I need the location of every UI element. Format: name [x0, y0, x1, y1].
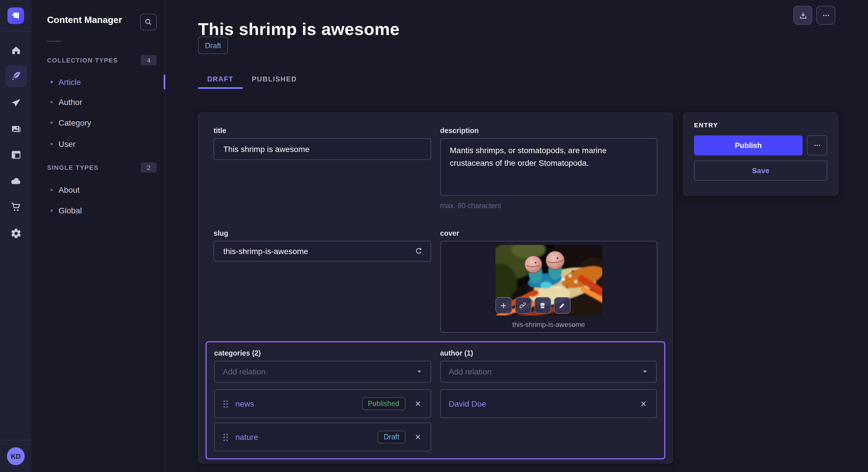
media-library-icon[interactable] — [4, 117, 27, 140]
single-types-label: SINGLE TYPES — [47, 164, 98, 171]
main-content: This shrimp is awesome Draft DRAFT PUBLI… — [165, 0, 868, 472]
download-icon — [798, 11, 807, 20]
add-media-button[interactable] — [495, 297, 512, 314]
slug-input[interactable] — [214, 241, 431, 262]
sidebar-item-author[interactable]: Author — [32, 92, 165, 112]
copy-link-button[interactable] — [515, 297, 532, 314]
bullet-icon — [51, 143, 53, 145]
draft-pill: Draft — [378, 431, 405, 443]
entry-label: ENTRY — [694, 122, 827, 129]
field-cover: cover — [440, 229, 657, 333]
description-label: description — [440, 127, 657, 135]
bullet-icon — [51, 81, 53, 83]
bullet-icon — [51, 209, 53, 212]
drag-handle-icon[interactable] — [223, 433, 228, 441]
page-title: This shrimp is awesome — [198, 20, 400, 39]
strapi-logo[interactable] — [7, 7, 24, 24]
published-pill: Published — [362, 398, 405, 410]
home-icon[interactable] — [4, 39, 27, 62]
title-label: title — [214, 127, 431, 135]
close-icon — [640, 400, 647, 407]
settings-gear-icon[interactable] — [4, 222, 27, 245]
relation-row-nature: nature Draft — [214, 423, 431, 451]
relation-link-david-doe[interactable]: David Doe — [448, 399, 486, 408]
collection-types-header: COLLECTION TYPES 4 — [47, 55, 157, 65]
content-manager-subnav: Content Manager COLLECTION TYPES 4 Artic… — [32, 0, 165, 472]
sidebar-item-global[interactable]: Global — [32, 200, 165, 221]
relation-link-news[interactable]: news — [236, 399, 254, 408]
chevron-down-icon — [642, 369, 648, 375]
rail-bottom-divider — [0, 440, 32, 440]
author-add-relation-select[interactable]: Add relation — [440, 361, 657, 382]
edit-media-button[interactable] — [554, 297, 570, 314]
refresh-icon — [414, 247, 423, 256]
chevron-down-icon — [416, 369, 422, 375]
content-type-builder-layout-icon[interactable] — [4, 143, 27, 166]
bullet-icon — [51, 122, 53, 124]
edit-form-panel: title description Mantis shrimps, or sto… — [198, 112, 673, 463]
cover-caption: this-shrimp-is-awesome — [441, 321, 657, 329]
subnav-divider — [47, 41, 61, 42]
relations-highlight-group: categories (2) Add relation news Publish… — [206, 341, 665, 460]
remove-relation-nature-button[interactable] — [413, 432, 422, 442]
publish-button[interactable]: Publish — [694, 135, 803, 156]
save-button[interactable]: Save — [694, 161, 827, 181]
user-avatar[interactable]: KD — [7, 447, 25, 465]
collection-types-label: COLLECTION TYPES — [47, 57, 118, 64]
tab-published[interactable]: PUBLISHED — [243, 70, 306, 88]
delete-media-button[interactable] — [534, 297, 551, 314]
pencil-icon — [558, 301, 566, 309]
cover-media-box: this-shrimp-is-awesome — [440, 241, 657, 333]
more-horizontal-icon — [821, 11, 830, 20]
field-title: title — [214, 127, 431, 210]
relation-link-nature[interactable]: nature — [236, 432, 258, 442]
remove-relation-david-doe-button[interactable] — [639, 399, 648, 408]
search-button[interactable] — [140, 14, 157, 30]
more-horizontal-icon — [813, 141, 822, 150]
close-icon — [414, 400, 421, 407]
app-viewport: KD Content Manager COLLECTION TYPES 4 Ar… — [0, 0, 868, 472]
sidebar-item-category[interactable]: Category — [32, 112, 165, 133]
version-tabs: DRAFT PUBLISHED — [198, 70, 306, 88]
field-description: description Mantis shrimps, or stomatopo… — [440, 127, 657, 210]
export-download-button[interactable] — [794, 6, 812, 25]
strapi-logo-icon — [7, 7, 24, 24]
collection-types-count: 4 — [141, 55, 157, 65]
regenerate-slug-button[interactable] — [413, 246, 424, 257]
bullet-icon — [51, 189, 53, 191]
content-manager-feather-icon[interactable] — [5, 65, 27, 87]
sidebar-item-about[interactable]: About — [32, 179, 165, 200]
remove-relation-news-button[interactable] — [413, 399, 422, 408]
drag-handle-icon[interactable] — [223, 400, 228, 408]
author-label: author (1) — [440, 349, 657, 357]
description-helper: max. 80 characters — [440, 202, 657, 210]
cover-action-buttons — [495, 297, 570, 314]
link-icon — [519, 301, 527, 309]
categories-add-relation-select[interactable]: Add relation — [214, 361, 431, 382]
entry-more-button[interactable] — [807, 135, 827, 156]
tab-draft[interactable]: DRAFT — [198, 70, 243, 88]
sidebar-item-user[interactable]: User — [32, 134, 165, 154]
title-input[interactable] — [214, 138, 431, 160]
rail-divider — [0, 31, 32, 32]
release-send-icon[interactable] — [4, 92, 27, 115]
cloud-icon[interactable] — [4, 170, 27, 193]
relation-row-david-doe: David Doe — [440, 390, 657, 418]
plus-icon — [500, 301, 508, 309]
subnav-title: Content Manager — [47, 15, 122, 25]
author-relation-field: author (1) Add relation David Doe — [440, 349, 657, 451]
sidebar-item-article[interactable]: Article — [32, 72, 165, 92]
single-types-header: SINGLE TYPES 2 — [47, 162, 157, 173]
entry-panel: ENTRY Publish Save — [683, 112, 838, 196]
status-badge: Draft — [198, 37, 228, 54]
single-types-count: 2 — [141, 162, 157, 173]
header-more-button[interactable] — [816, 6, 835, 25]
marketplace-cart-icon[interactable] — [4, 196, 27, 218]
categories-label: categories (2) — [214, 349, 431, 357]
trash-icon — [539, 301, 547, 309]
description-textarea[interactable]: Mantis shrimps, or stomatopods, are mari… — [440, 138, 657, 196]
relation-row-news: news Published — [214, 390, 431, 418]
bullet-icon — [51, 101, 53, 103]
categories-relation-field: categories (2) Add relation news Publish… — [214, 349, 431, 451]
field-slug: slug — [214, 229, 431, 333]
